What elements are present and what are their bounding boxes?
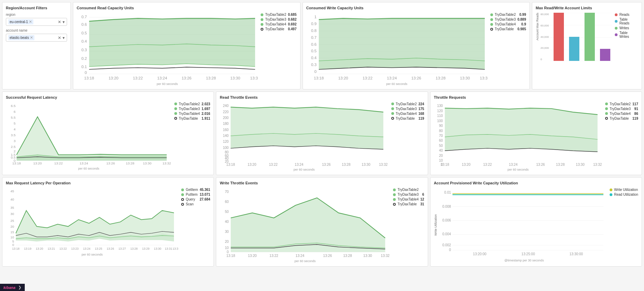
legend-name: Table Reads (619, 18, 638, 25)
writes-bar (585, 13, 595, 61)
max-latency-svg: 45 40 35 30 25 20 15 10 5 0 (6, 188, 178, 251)
svg-text:130: 130 (437, 104, 443, 108)
svg-text:13:22: 13:22 (54, 161, 63, 165)
legend-dot (393, 198, 396, 201)
legend-dot (261, 28, 263, 31)
legend-val: 0.99 (520, 13, 526, 17)
write-throttle-title: Write Throttle Events (220, 181, 424, 185)
region-tag-remove[interactable]: ✕ (29, 20, 32, 24)
max-rw-y-axis-label: Account Max Reads (536, 13, 539, 41)
svg-text:70: 70 (439, 134, 443, 138)
throttle-requests-chart: 130 120 110 100 90 80 70 60 50 40 20 10 … (434, 102, 602, 171)
max-rw-title: Max Read/Write Account Limits (536, 6, 638, 10)
legend-name: TryDaxTable3 (610, 107, 633, 111)
svg-text:80: 80 (439, 129, 443, 132)
svg-text:13:22: 13:22 (269, 162, 278, 166)
legend-name: Read Utilization (614, 193, 638, 196)
legend-val: 0.685 (288, 13, 296, 17)
legend-item: Read Utilization (610, 193, 638, 196)
account-write-util-x-label: @timestamp per 30 seconds (440, 259, 608, 262)
legend-val: 1.911 (201, 117, 210, 120)
max-latency-title: Max Request Latency Per Operation (6, 181, 210, 185)
legend-dot (490, 18, 493, 21)
read-throttle-svg: 240 220 200 180 160 140 120 100 80 60 40… (220, 102, 388, 166)
svg-text:13:30: 13:30 (576, 162, 585, 166)
max-rw-chart-wrapper: Account Max Reads 80,000 60,000 40,000 2… (536, 13, 612, 63)
legend-dot (391, 107, 394, 110)
legend-item: TryDaxTable4 0.9 (490, 22, 526, 26)
read-throttle-chart-area: 240 220 200 180 160 140 120 100 80 60 40… (220, 102, 424, 171)
region-label: region (6, 13, 67, 17)
account-tag-remove[interactable]: ✕ (30, 35, 33, 40)
svg-text:13:26: 13:26 (536, 162, 545, 166)
account-expand-btn[interactable]: ▾ (63, 35, 65, 40)
svg-text:13:25:00: 13:25:00 (521, 252, 535, 256)
svg-text:13:21: 13:21 (47, 247, 55, 250)
throttle-requests-chart-area: 130 120 110 100 90 80 70 60 50 40 20 10 … (434, 102, 638, 171)
dashboard: Region/Account Filters region eu-central… (0, 0, 644, 271)
legend-name: TryDaxTable (495, 27, 516, 31)
consumed-read-chart: 0.7 0.6 0.5 0.4 0.3 0.2 0.1 0 (77, 13, 258, 86)
svg-text:13:22: 13:22 (59, 247, 67, 250)
svg-text:13:22: 13:22 (483, 162, 492, 166)
region-expand-btn[interactable]: ▾ (63, 20, 65, 24)
svg-text:13:30: 13:30 (230, 76, 240, 80)
account-tag-value: elastic-beats (10, 36, 29, 40)
region-clear-btn[interactable]: ✕ (58, 20, 61, 24)
read-throttle-x-label: per 60 seconds (220, 168, 388, 171)
consumed-read-legend: TryDaxTable2 0.685 TryDaxTable3 0.682 Tr… (261, 13, 296, 31)
svg-marker-16 (89, 18, 255, 46)
svg-text:3: 3 (14, 139, 16, 143)
legend-dot (605, 112, 608, 115)
svg-text:20: 20 (10, 225, 14, 228)
write-throttle-legend: TryDaxTable2 TryDaxTable3 6 TryDaxTable4… (393, 188, 424, 206)
svg-text:13:30: 13:30 (460, 76, 470, 80)
account-clear-btn[interactable]: ✕ (58, 35, 61, 40)
write-throttle-x-label: per 60 seconds (220, 259, 390, 263)
legend-val: 45.361 (200, 188, 210, 192)
consumed-write-chart: 1 0.9 0.8 0.7 0.6 0.5 0.4 0.3 0 (306, 13, 488, 86)
max-latency-chart-area: 45 40 35 30 25 20 15 10 5 0 (6, 188, 210, 256)
legend-val: 13.071 (200, 193, 210, 196)
max-rw-legend: Reads Table Reads Writes Table Writes (615, 13, 638, 39)
svg-text:13:20: 13:20 (36, 247, 43, 250)
legend-name: TryDaxTable4 (265, 22, 286, 26)
svg-marker-17 (89, 44, 255, 67)
legend-val: 175 (418, 107, 424, 111)
legend-dot (615, 20, 618, 23)
svg-text:0.4: 0.4 (311, 56, 317, 60)
svg-text:50: 50 (439, 143, 443, 147)
legend-item: TryDaxTable2 224 (391, 102, 424, 106)
legend-item: Table Writes (615, 31, 638, 39)
svg-text:13:22: 13:22 (362, 76, 372, 80)
legend-item: TryDaxTable3 0.682 (261, 18, 296, 21)
svg-text:0.004: 0.004 (442, 232, 451, 236)
legend-item: TryDaxTable2 117 (605, 102, 638, 106)
legend-item: TryDaxTable 0.497 (261, 27, 296, 31)
y-label: 40,000 (541, 35, 549, 39)
account-filter-row: elastic-beats ✕ ✕ ▾ (6, 34, 67, 42)
svg-text:35: 35 (10, 206, 14, 209)
svg-text:100: 100 (437, 119, 443, 122)
account-write-util-title: Account Provisioned Write Capacity Utili… (434, 181, 638, 185)
legend-val: 119 (632, 117, 638, 120)
legend-dot (605, 117, 608, 120)
svg-text:13:18: 13:18 (12, 161, 21, 165)
svg-text:60: 60 (225, 200, 229, 204)
read-throttle-chart: 240 220 200 180 160 140 120 100 80 60 40… (220, 102, 388, 171)
svg-text:13:28: 13:28 (435, 76, 445, 80)
legend-val: 6 (422, 193, 424, 196)
svg-text:0.008: 0.008 (442, 205, 451, 208)
region-filter-row: eu-central-1 ✕ ✕ ▾ (6, 18, 67, 26)
max-latency-x-label: per 60 seconds (6, 253, 178, 256)
legend-item: TryDaxTable3 0.889 (490, 18, 526, 21)
max-rw-svg: All docs (550, 13, 612, 63)
table-reads-bar (569, 37, 579, 61)
max-rw-content: Account Max Reads 80,000 60,000 40,000 2… (536, 13, 638, 63)
legend-dot (391, 112, 394, 115)
svg-text:13:28: 13:28 (130, 247, 138, 250)
legend-val: 0.889 (517, 18, 526, 21)
consumed-read-title: Consumed Read Capacity Units (77, 6, 297, 10)
svg-marker-43 (319, 18, 485, 61)
svg-marker-164 (231, 198, 385, 248)
